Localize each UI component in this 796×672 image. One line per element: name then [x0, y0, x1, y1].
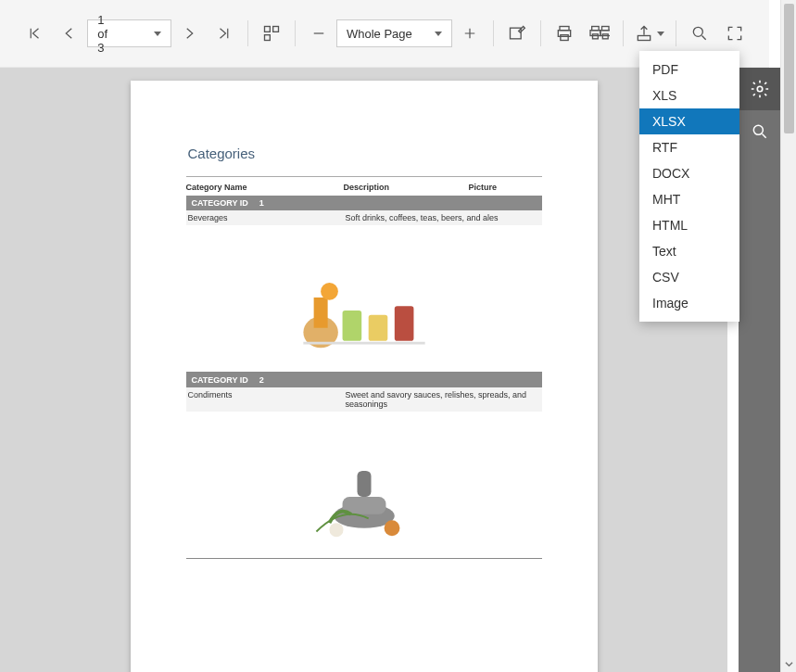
- svg-rect-19: [368, 315, 387, 341]
- condiments-image: [295, 450, 434, 543]
- chevron-down-icon: [154, 32, 161, 36]
- svg-point-14: [693, 27, 702, 36]
- search-panel-button[interactable]: [739, 110, 780, 153]
- category-desc: Soft drinks, coffees, teas, beers, and a…: [346, 213, 540, 222]
- chevron-down-icon: [435, 32, 442, 36]
- prev-page-button[interactable]: [52, 15, 87, 52]
- export-menu: PDFXLSXLSXRTFDOCXMHTHTMLTextCSVImage: [639, 51, 739, 322]
- category-name: Condiments: [188, 390, 346, 409]
- category-row: Beverages Soft drinks, coffees, teas, be…: [186, 210, 542, 225]
- svg-point-28: [753, 125, 763, 134]
- column-headers: Category Name Description Picture: [186, 183, 542, 192]
- category-id: 1: [259, 198, 264, 208]
- svg-point-17: [321, 283, 338, 300]
- svg-rect-16: [313, 298, 327, 328]
- column-header-pic: Picture: [469, 183, 542, 192]
- zoom-select-label: Whole Page: [347, 27, 412, 41]
- category-desc: Sweet and savory sauces, relishes, sprea…: [346, 390, 540, 409]
- scroll-down-arrow-icon[interactable]: [781, 656, 796, 672]
- chevron-down-icon: [657, 32, 664, 36]
- print-page-button[interactable]: [582, 15, 617, 52]
- zoom-out-button[interactable]: [301, 15, 336, 52]
- svg-rect-21: [303, 342, 424, 345]
- last-page-button[interactable]: [207, 15, 242, 52]
- toolbar-separator: [295, 20, 296, 46]
- toolbar-separator: [623, 20, 624, 46]
- toolbar-separator: [540, 20, 541, 46]
- export-menu-item-pdf[interactable]: PDF: [639, 57, 739, 82]
- document-viewer[interactable]: Categories Category Name Description Pic…: [0, 68, 727, 672]
- svg-point-25: [329, 523, 343, 537]
- column-header-desc: Description: [344, 183, 469, 192]
- export-menu-item-docx[interactable]: DOCX: [639, 160, 739, 186]
- first-page-button[interactable]: [17, 15, 52, 52]
- report-title: Categories: [188, 146, 542, 161]
- svg-rect-24: [357, 471, 371, 497]
- svg-rect-2: [264, 35, 270, 41]
- svg-rect-0: [264, 27, 270, 32]
- highlight-fields-button[interactable]: [499, 15, 535, 52]
- category-band: CATEGORY ID 2: [186, 373, 542, 387]
- svg-rect-8: [590, 31, 600, 36]
- search-button[interactable]: [682, 15, 717, 52]
- category-band-label: CATEGORY ID: [192, 198, 248, 208]
- export-menu-item-csv[interactable]: CSV: [639, 264, 739, 290]
- divider: [186, 558, 542, 559]
- svg-point-26: [384, 520, 399, 536]
- svg-point-27: [757, 86, 763, 92]
- side-panel: [739, 68, 780, 672]
- next-page-button[interactable]: [171, 15, 207, 52]
- export-menu-item-image[interactable]: Image: [639, 290, 739, 316]
- beverages-image: [295, 264, 434, 357]
- svg-rect-20: [394, 306, 413, 341]
- toolbar-separator: [247, 20, 248, 46]
- multipage-toggle-button[interactable]: [254, 15, 289, 52]
- toolbar-separator: [493, 20, 494, 46]
- category-picture: [186, 412, 542, 543]
- svg-rect-13: [638, 36, 650, 41]
- divider: [186, 176, 542, 177]
- export-menu-item-text[interactable]: Text: [639, 238, 739, 264]
- vertical-scrollbar[interactable]: [780, 0, 796, 672]
- category-picture: [186, 225, 542, 357]
- page-select[interactable]: 1 of 3: [87, 19, 171, 47]
- document-page: Categories Category Name Description Pic…: [131, 81, 598, 672]
- svg-rect-12: [602, 34, 608, 39]
- export-menu-item-xls[interactable]: XLS: [639, 82, 739, 108]
- svg-rect-18: [342, 311, 361, 341]
- export-menu-item-mht[interactable]: MHT: [639, 186, 739, 212]
- page-select-label: 1 of 3: [97, 13, 117, 55]
- fullscreen-button[interactable]: [717, 15, 752, 52]
- toolbar-separator: [676, 20, 676, 46]
- category-name: Beverages: [188, 213, 346, 222]
- category-band: CATEGORY ID 1: [186, 196, 542, 210]
- settings-panel-button[interactable]: [739, 68, 780, 110]
- zoom-select[interactable]: Whole Page: [336, 19, 452, 47]
- svg-rect-1: [273, 27, 279, 32]
- export-button[interactable]: [629, 15, 670, 52]
- export-menu-item-rtf[interactable]: RTF: [639, 134, 739, 160]
- column-header-name: Category Name: [186, 183, 344, 192]
- category-band-label: CATEGORY ID: [192, 375, 248, 385]
- export-menu-item-html[interactable]: HTML: [639, 212, 739, 238]
- zoom-in-button[interactable]: [452, 15, 487, 52]
- svg-rect-9: [592, 34, 598, 39]
- category-row: Condiments Sweet and savory sauces, reli…: [186, 387, 542, 412]
- scrollbar-thumb[interactable]: [784, 4, 794, 133]
- svg-rect-6: [561, 35, 568, 41]
- export-menu-item-xlsx[interactable]: XLSX: [639, 108, 739, 134]
- category-id: 2: [259, 375, 264, 385]
- print-button[interactable]: [547, 15, 582, 52]
